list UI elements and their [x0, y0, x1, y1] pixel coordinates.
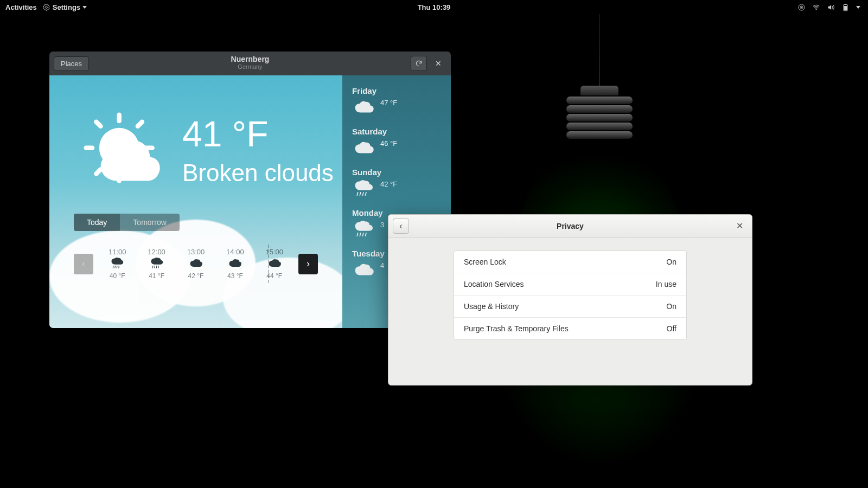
hourly-item: 14:0043 °F: [226, 248, 244, 280]
chevron-right-icon: ›: [307, 258, 310, 269]
close-icon: ✕: [736, 221, 743, 231]
svg-line-31: [365, 233, 366, 236]
places-button[interactable]: Places: [54, 56, 89, 71]
hour-time: 11:00: [108, 248, 126, 256]
svg-rect-6: [845, 4, 846, 4]
forecast-temp: 47 °F: [380, 99, 397, 107]
svg-line-24: [357, 192, 358, 196]
hour-temp: 42 °F: [188, 272, 204, 280]
hour-temp: 41 °F: [149, 272, 164, 280]
svg-line-23: [158, 266, 158, 268]
partly-cloudy-icon: [79, 108, 171, 200]
tab-today[interactable]: Today: [74, 214, 120, 231]
forecast-temp: 3: [380, 221, 384, 229]
hourly-prev-button[interactable]: ‹: [74, 254, 93, 274]
hour-time: 14:00: [226, 248, 244, 256]
app-menu-label: Settings: [53, 3, 80, 11]
privacy-titlebar[interactable]: ‹ Privacy ✕: [388, 215, 752, 237]
svg-point-4: [816, 9, 817, 10]
privacy-row-label: Usage & History: [464, 302, 519, 311]
settings-icon: [42, 3, 50, 11]
system-status-area[interactable]: [797, 3, 868, 11]
forecast-day-name: Saturday: [352, 127, 441, 136]
hourly-item: 15:0044 °F: [265, 248, 283, 280]
chevron-down-icon: [82, 6, 87, 9]
close-icon: ✕: [435, 59, 442, 68]
privacy-row-label: Screen Lock: [464, 258, 506, 266]
volume-icon: [827, 3, 835, 11]
svg-line-28: [357, 233, 358, 236]
svg-line-29: [360, 233, 361, 236]
svg-line-16: [113, 266, 113, 268]
hourly-item: 12:0041 °F: [148, 248, 165, 280]
svg-rect-11: [84, 145, 95, 150]
privacy-row-label: Location Services: [464, 280, 524, 288]
svg-line-18: [117, 266, 117, 268]
battery-icon: [841, 3, 850, 11]
weather-title: Nuernberg Germany: [231, 55, 270, 70]
privacy-row-label: Purge Trash & Temporary Files: [464, 324, 569, 333]
svg-line-22: [156, 266, 157, 268]
refresh-icon: [415, 60, 423, 67]
forecast-temp: 4: [380, 261, 384, 269]
day-tabs: Today Tomorrow: [74, 214, 180, 231]
hour-temp: 43 °F: [227, 272, 243, 280]
privacy-row-value: On: [666, 258, 676, 266]
privacy-title: Privacy: [557, 222, 584, 230]
svg-rect-13: [93, 119, 104, 130]
refresh-button[interactable]: [411, 56, 427, 71]
svg-line-26: [362, 192, 363, 196]
clock[interactable]: Thu 10:39: [418, 3, 451, 11]
weather-titlebar[interactable]: Places Nuernberg Germany ✕: [49, 52, 451, 75]
tab-tomorrow[interactable]: Tomorrow: [120, 214, 179, 231]
privacy-row-value: Off: [667, 324, 676, 333]
svg-line-20: [152, 266, 153, 268]
hourly-item: 11:0040 °F: [108, 248, 126, 280]
app-menu[interactable]: Settings: [42, 3, 87, 11]
current-condition: Broken clouds: [182, 159, 334, 187]
forecast-temp: 46 °F: [380, 139, 397, 147]
close-button[interactable]: ✕: [430, 56, 446, 71]
svg-point-0: [45, 6, 47, 8]
weather-city: Nuernberg: [231, 55, 270, 63]
hourly-item: 13:0042 °F: [187, 248, 205, 280]
top-bar: Activities Settings Thu 10:39: [0, 0, 868, 14]
svg-line-19: [119, 266, 119, 268]
activities-button[interactable]: Activities: [5, 3, 37, 11]
svg-line-21: [154, 266, 155, 268]
svg-line-30: [362, 233, 363, 236]
chevron-left-icon: ‹: [82, 258, 85, 269]
privacy-row[interactable]: Purge Trash & Temporary FilesOff: [454, 318, 686, 339]
hour-time: 13:00: [187, 248, 205, 256]
forecast-day: Sunday42 °F: [352, 168, 441, 198]
back-button[interactable]: ‹: [393, 219, 409, 234]
hourly-next-button[interactable]: ›: [298, 254, 318, 274]
privacy-list: Screen LockOnLocation ServicesIn useUsag…: [454, 251, 687, 340]
forecast-day: Friday47 °F: [352, 86, 441, 117]
svg-rect-7: [844, 6, 847, 10]
svg-line-27: [365, 192, 366, 196]
current-temperature: 41 °F: [182, 113, 268, 155]
target-icon: [797, 3, 806, 11]
hour-temp: 44 °F: [266, 272, 282, 280]
privacy-row[interactable]: Usage & HistoryOn: [454, 296, 686, 318]
svg-line-25: [360, 192, 361, 196]
svg-line-17: [115, 266, 116, 268]
privacy-row-value: On: [666, 302, 676, 311]
wifi-icon: [812, 3, 820, 11]
privacy-window: ‹ Privacy ✕ Screen LockOnLocation Servic…: [388, 214, 752, 386]
close-button[interactable]: ✕: [732, 219, 746, 233]
chevron-left-icon: ‹: [399, 221, 402, 231]
hour-temp: 40 °F: [110, 272, 125, 280]
privacy-row[interactable]: Location ServicesIn use: [454, 273, 686, 296]
svg-point-3: [801, 7, 802, 8]
forecast-day: Saturday46 °F: [352, 127, 441, 158]
weather-country: Germany: [231, 63, 270, 70]
privacy-row-value: In use: [656, 280, 676, 288]
svg-rect-14: [135, 119, 145, 130]
privacy-row[interactable]: Screen LockOn: [454, 251, 686, 273]
chevron-down-icon: [856, 6, 860, 9]
hour-time: 15:00: [265, 248, 283, 256]
forecast-day-name: Sunday: [352, 168, 441, 177]
svg-rect-9: [117, 113, 122, 124]
